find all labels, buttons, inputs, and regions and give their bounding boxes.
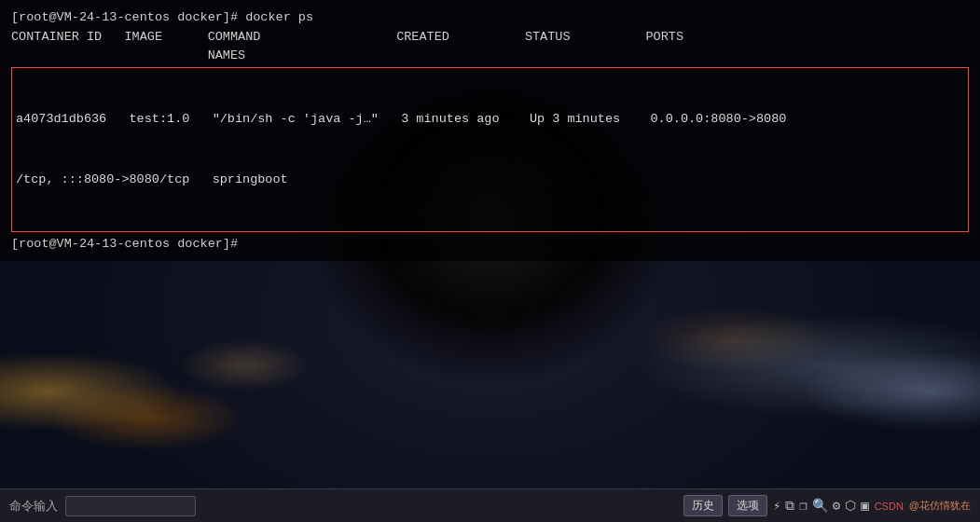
container-line-1: a4073d1db636 test:1.0 "/bin/sh -c 'java …	[16, 109, 964, 130]
main-container: [root@VM-24-13-centos docker]# docker ps…	[0, 0, 980, 522]
cmd-input-label: 命令输入	[9, 498, 58, 515]
toolbar-icons-group: ⚡ ⧉ ❐ 🔍 ⚙ ⬡ ▣	[773, 498, 869, 514]
terminal-prompt-2: [root@VM-24-13-centos docker]#	[11, 234, 969, 254]
header-text-row1: CONTAINER ID IMAGE COMMAND CREATED STATU…	[11, 28, 683, 47]
copy-icon[interactable]: ⧉	[785, 499, 794, 514]
history-button[interactable]: 历史	[683, 495, 723, 516]
options-button[interactable]: 选项	[728, 495, 767, 516]
header-text-row2: NAMES	[11, 47, 245, 65]
cmd-input-box[interactable]	[65, 496, 196, 516]
csdn-brand: CSDN	[875, 501, 904, 512]
terminal-header: CONTAINER ID IMAGE COMMAND CREATED STATU…	[11, 28, 969, 47]
container-row-box: a4073d1db636 test:1.0 "/bin/sh -c 'java …	[11, 67, 969, 232]
port-icon[interactable]: ▣	[861, 498, 868, 514]
bottom-right-section: 历史 选项 ⚡ ⧉ ❐ 🔍 ⚙ ⬡ ▣ CSDN @花仿情犹在	[683, 495, 971, 516]
lightning-icon[interactable]: ⚡	[773, 498, 780, 514]
copy2-icon[interactable]: ❐	[799, 498, 807, 514]
user-label: @花仿情犹在	[909, 499, 971, 513]
terminal-prompt-1: [root@VM-24-13-centos docker]# docker ps	[11, 7, 969, 28]
terminal-panel: [root@VM-24-13-centos docker]# docker ps…	[0, 0, 980, 261]
search-icon[interactable]: 🔍	[812, 498, 828, 514]
bottom-left-section: 命令输入	[9, 496, 196, 516]
gear-icon[interactable]: ⚙	[833, 498, 840, 514]
terminal-header-names: NAMES	[11, 47, 969, 65]
bottom-toolbar: 命令输入 历史 选项 ⚡ ⧉ ❐ 🔍 ⚙ ⬡ ▣ CSDN @花仿情犹在	[0, 488, 980, 522]
container-line-2: /tcp, :::8080->8080/tcp springboot	[16, 170, 964, 190]
branch-icon[interactable]: ⬡	[845, 498, 856, 514]
